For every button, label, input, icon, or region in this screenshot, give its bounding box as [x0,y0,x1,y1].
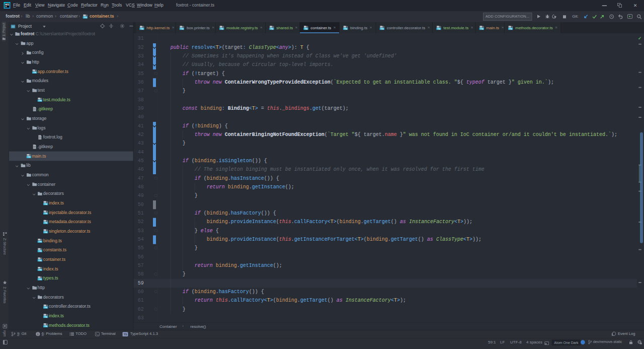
svg-text:TS: TS [509,27,512,30]
svg-text:TS: TS [480,27,483,30]
svg-text:TS: TS [220,27,223,30]
svg-text:TS: TS [39,268,42,271]
svg-text:TS: TS [44,202,47,205]
svg-text:TS: TS [39,250,42,252]
svg-text:TS: TS [27,156,30,158]
svg-text:TS: TS [44,306,47,309]
svg-text:TS: TS [304,27,307,30]
svg-text:TS: TS [140,27,143,30]
svg-text:TS: TS [44,325,47,327]
svg-text:TS: TS [39,278,42,281]
svg-text:TS: TS [123,333,127,336]
svg-text:TS: TS [39,259,42,261]
svg-text:TS: TS [44,231,47,233]
svg-text:TS: TS [33,71,36,74]
svg-text:TS: TS [44,315,47,318]
svg-text:TS: TS [44,212,47,215]
svg-text:TS: TS [270,27,273,30]
svg-text:TS: TS [437,27,440,30]
svg-text:TS: TS [39,240,42,243]
svg-text:TS: TS [181,27,184,30]
svg-text:TS: TS [39,99,42,102]
svg-text:TS: TS [381,27,384,30]
svg-text:TS: TS [44,222,47,224]
svg-text:TS: TS [344,27,347,30]
